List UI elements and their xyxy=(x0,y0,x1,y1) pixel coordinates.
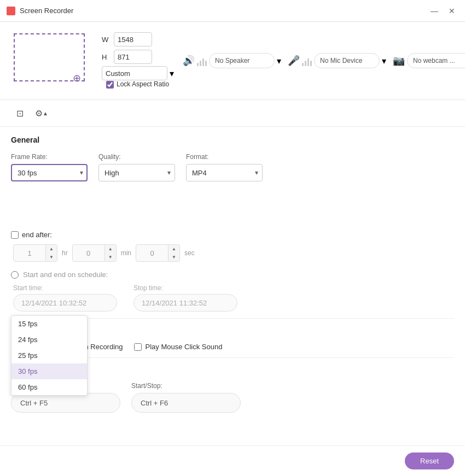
framerate-option-30[interactable]: 30 fps xyxy=(11,363,87,379)
format-settings-row: Frame Rate: 30 fps Quality: High Medium … xyxy=(11,153,454,181)
stop-time-label: Stop time: xyxy=(133,284,237,292)
min-down-button[interactable]: ▼ xyxy=(105,253,116,261)
cursor-icon: ⊕ xyxy=(73,72,81,84)
mic-bar-2 xyxy=(305,61,306,66)
framerate-option-24[interactable]: 24 fps xyxy=(11,332,87,348)
hr-spinner: ▲ ▼ xyxy=(46,244,57,262)
preset-wrap: Custom 1920×1080 1280×720 Full Screen xyxy=(102,66,174,80)
framerate-dropdown: 15 fps 24 fps 25 fps 30 fps 60 fps xyxy=(11,315,88,396)
mic-bar-1 xyxy=(302,63,304,66)
schedule-row: Start and end on schedule: xyxy=(11,271,454,279)
toolbar-row: ⊡ ⚙ ▲ xyxy=(0,100,465,127)
stop-time-field: Stop time: xyxy=(133,284,237,312)
main-area: ⊕ W H Custom 1920×1080 1280×720 Full xyxy=(0,22,465,476)
start-stop-input[interactable] xyxy=(131,393,241,413)
webcam-select[interactable]: No webcam ... xyxy=(407,53,465,68)
height-label: H xyxy=(102,53,111,61)
title-bar-controls: — ✕ xyxy=(428,4,458,17)
screenshot-icon: ⊡ xyxy=(16,108,24,119)
width-input[interactable] xyxy=(114,32,152,46)
play-sound-label: Play Mouse Click Sound xyxy=(146,343,223,351)
start-stop-field: Start/Stop: xyxy=(131,382,241,413)
play-sound-checkbox[interactable] xyxy=(134,343,142,351)
lock-aspect-checkbox[interactable] xyxy=(106,81,114,89)
settings-chevron-icon: ▲ xyxy=(43,110,48,116)
settings-button[interactable]: ⚙ ▲ xyxy=(33,104,50,122)
webcam-device: 📷 No webcam ... xyxy=(393,53,465,68)
format-field: Format: MP4 MOV AVI xyxy=(186,153,263,181)
quality-label: Quality: xyxy=(98,153,175,161)
framerate-select[interactable]: 30 fps xyxy=(11,164,88,181)
mic-device: 🎤 No Mic Device xyxy=(288,53,386,68)
speaker-bar-1 xyxy=(197,63,199,66)
play-sound-item: Play Mouse Click Sound xyxy=(134,343,223,351)
width-row: W xyxy=(102,32,174,46)
sec-down-button[interactable]: ▼ xyxy=(168,253,179,261)
format-select-wrap: MP4 MOV AVI xyxy=(186,164,263,181)
bottom-bar: Reset xyxy=(0,445,465,476)
min-input[interactable] xyxy=(72,244,105,262)
sec-spinner: ▲ ▼ xyxy=(168,244,180,262)
hr-up-button[interactable]: ▲ xyxy=(46,245,57,253)
schedule-radio[interactable] xyxy=(11,271,19,279)
start-time-field: Start time: xyxy=(13,284,117,312)
auto-stop-label: end after: xyxy=(22,231,52,239)
speaker-select[interactable]: No Speaker xyxy=(209,53,275,68)
time-inputs-row: ▲ ▼ hr ▲ ▼ min ▲ ▼ xyxy=(13,244,454,262)
pause-input[interactable] xyxy=(11,393,120,413)
hr-input[interactable] xyxy=(13,244,46,262)
schedule-times: Start time: Stop time: xyxy=(13,284,454,312)
preset-chevron-icon xyxy=(170,68,174,79)
mic-bar-3 xyxy=(307,58,309,66)
auto-stop-checkbox[interactable] xyxy=(11,231,19,239)
quality-select[interactable]: High Medium Low xyxy=(98,164,175,181)
general-title: General xyxy=(11,136,454,144)
min-up-button[interactable]: ▲ xyxy=(105,245,116,253)
webcam-icon: 📷 xyxy=(393,55,405,67)
wh-section: W H xyxy=(102,32,174,64)
speaker-chevron-icon xyxy=(277,56,281,66)
screenshot-button[interactable]: ⊡ xyxy=(11,104,28,122)
hr-unit: hr xyxy=(62,249,68,257)
sec-input[interactable] xyxy=(136,244,168,262)
stop-time-input[interactable] xyxy=(133,294,237,312)
lock-aspect-row: Lock Aspect Ratio xyxy=(106,80,174,89)
min-spinner: ▲ ▼ xyxy=(105,244,117,262)
hr-down-button[interactable]: ▼ xyxy=(46,253,57,261)
speaker-bar-2 xyxy=(200,61,201,66)
close-button[interactable]: ✕ xyxy=(445,4,458,17)
mic-select[interactable]: No Mic Device xyxy=(314,53,380,68)
mic-bars xyxy=(302,55,312,66)
auto-stop-section: end after: ▲ ▼ hr ▲ ▼ xyxy=(11,231,454,262)
dimensions-section: W H Custom 1920×1080 1280×720 Full Scree… xyxy=(102,32,174,89)
reset-button[interactable]: Reset xyxy=(405,453,454,469)
preset-select[interactable]: Custom 1920×1080 1280×720 Full Screen xyxy=(102,66,167,80)
title-bar-left: Screen Recorder xyxy=(7,7,73,15)
speaker-bar-3 xyxy=(202,58,204,66)
auto-stop-row: end after: xyxy=(11,231,454,239)
audio-section: 🔊 No Speaker 🎤 xyxy=(183,53,465,68)
app-title: Screen Recorder xyxy=(20,7,73,15)
start-stop-label: Start/Stop: xyxy=(131,382,241,390)
sec-input-wrap: ▲ ▼ xyxy=(136,244,180,262)
start-time-label: Start time: xyxy=(13,284,117,292)
framerate-field: Frame Rate: 30 fps xyxy=(11,153,88,181)
framerate-label: Frame Rate: xyxy=(11,153,88,161)
framerate-option-15[interactable]: 15 fps xyxy=(11,316,87,332)
sec-unit: sec xyxy=(184,249,195,257)
height-input[interactable] xyxy=(114,50,152,64)
start-time-input[interactable] xyxy=(13,294,117,312)
format-select[interactable]: MP4 MOV AVI xyxy=(186,164,263,181)
framerate-select-wrap: 30 fps xyxy=(11,164,88,181)
framerate-option-60[interactable]: 60 fps xyxy=(11,379,87,395)
quality-field: Quality: High Medium Low xyxy=(98,153,175,181)
quality-select-wrap: High Medium Low xyxy=(98,164,175,181)
sec-up-button[interactable]: ▲ xyxy=(168,245,179,253)
framerate-option-25[interactable]: 25 fps xyxy=(11,348,87,363)
hr-input-wrap: ▲ ▼ xyxy=(13,244,57,262)
format-label: Format: xyxy=(186,153,263,161)
min-unit: min xyxy=(121,249,131,257)
record-preview: ⊕ xyxy=(11,31,93,91)
minimize-button[interactable]: — xyxy=(428,4,441,17)
speaker-icon: 🔊 xyxy=(183,55,195,67)
